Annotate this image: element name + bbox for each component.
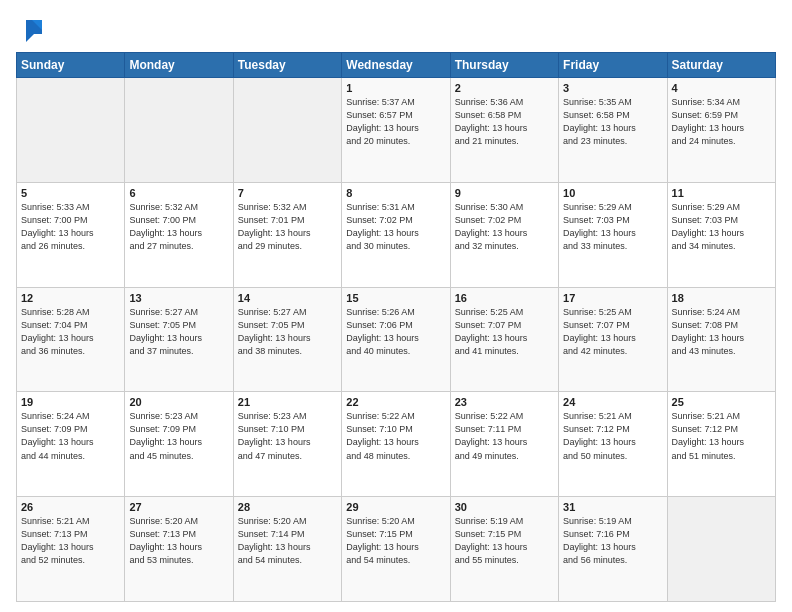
day-number: 20 (129, 396, 228, 408)
calendar-header-monday: Monday (125, 53, 233, 78)
calendar-day: 29Sunrise: 5:20 AMSunset: 7:15 PMDayligh… (342, 497, 450, 602)
day-info: Sunrise: 5:23 AMSunset: 7:10 PMDaylight:… (238, 410, 337, 462)
day-number: 3 (563, 82, 662, 94)
day-info: Sunrise: 5:25 AMSunset: 7:07 PMDaylight:… (455, 306, 554, 358)
day-info: Sunrise: 5:37 AMSunset: 6:57 PMDaylight:… (346, 96, 445, 148)
day-number: 21 (238, 396, 337, 408)
day-info: Sunrise: 5:32 AMSunset: 7:00 PMDaylight:… (129, 201, 228, 253)
calendar-day: 8Sunrise: 5:31 AMSunset: 7:02 PMDaylight… (342, 182, 450, 287)
calendar-day: 5Sunrise: 5:33 AMSunset: 7:00 PMDaylight… (17, 182, 125, 287)
calendar-table: SundayMondayTuesdayWednesdayThursdayFrid… (16, 52, 776, 602)
day-number: 8 (346, 187, 445, 199)
day-number: 23 (455, 396, 554, 408)
calendar-day: 13Sunrise: 5:27 AMSunset: 7:05 PMDayligh… (125, 287, 233, 392)
calendar-day: 2Sunrise: 5:36 AMSunset: 6:58 PMDaylight… (450, 78, 558, 183)
calendar-day: 19Sunrise: 5:24 AMSunset: 7:09 PMDayligh… (17, 392, 125, 497)
day-info: Sunrise: 5:19 AMSunset: 7:15 PMDaylight:… (455, 515, 554, 567)
day-info: Sunrise: 5:21 AMSunset: 7:12 PMDaylight:… (672, 410, 771, 462)
day-info: Sunrise: 5:21 AMSunset: 7:13 PMDaylight:… (21, 515, 120, 567)
calendar-day (125, 78, 233, 183)
calendar-day: 11Sunrise: 5:29 AMSunset: 7:03 PMDayligh… (667, 182, 775, 287)
calendar-day: 31Sunrise: 5:19 AMSunset: 7:16 PMDayligh… (559, 497, 667, 602)
day-number: 30 (455, 501, 554, 513)
day-info: Sunrise: 5:25 AMSunset: 7:07 PMDaylight:… (563, 306, 662, 358)
calendar-day: 1Sunrise: 5:37 AMSunset: 6:57 PMDaylight… (342, 78, 450, 183)
day-info: Sunrise: 5:20 AMSunset: 7:13 PMDaylight:… (129, 515, 228, 567)
calendar-day: 28Sunrise: 5:20 AMSunset: 7:14 PMDayligh… (233, 497, 341, 602)
calendar-day: 21Sunrise: 5:23 AMSunset: 7:10 PMDayligh… (233, 392, 341, 497)
day-info: Sunrise: 5:33 AMSunset: 7:00 PMDaylight:… (21, 201, 120, 253)
calendar-day: 17Sunrise: 5:25 AMSunset: 7:07 PMDayligh… (559, 287, 667, 392)
calendar-day: 9Sunrise: 5:30 AMSunset: 7:02 PMDaylight… (450, 182, 558, 287)
day-number: 4 (672, 82, 771, 94)
day-info: Sunrise: 5:29 AMSunset: 7:03 PMDaylight:… (672, 201, 771, 253)
day-number: 11 (672, 187, 771, 199)
day-info: Sunrise: 5:24 AMSunset: 7:09 PMDaylight:… (21, 410, 120, 462)
day-number: 26 (21, 501, 120, 513)
calendar-header-friday: Friday (559, 53, 667, 78)
calendar-day: 24Sunrise: 5:21 AMSunset: 7:12 PMDayligh… (559, 392, 667, 497)
day-number: 7 (238, 187, 337, 199)
day-info: Sunrise: 5:20 AMSunset: 7:15 PMDaylight:… (346, 515, 445, 567)
calendar-header-row: SundayMondayTuesdayWednesdayThursdayFrid… (17, 53, 776, 78)
day-info: Sunrise: 5:36 AMSunset: 6:58 PMDaylight:… (455, 96, 554, 148)
day-number: 22 (346, 396, 445, 408)
day-info: Sunrise: 5:32 AMSunset: 7:01 PMDaylight:… (238, 201, 337, 253)
day-info: Sunrise: 5:35 AMSunset: 6:58 PMDaylight:… (563, 96, 662, 148)
calendar-day: 18Sunrise: 5:24 AMSunset: 7:08 PMDayligh… (667, 287, 775, 392)
calendar-day: 6Sunrise: 5:32 AMSunset: 7:00 PMDaylight… (125, 182, 233, 287)
calendar-day: 4Sunrise: 5:34 AMSunset: 6:59 PMDaylight… (667, 78, 775, 183)
day-number: 13 (129, 292, 228, 304)
calendar-week-2: 5Sunrise: 5:33 AMSunset: 7:00 PMDaylight… (17, 182, 776, 287)
calendar-day (233, 78, 341, 183)
calendar-day: 16Sunrise: 5:25 AMSunset: 7:07 PMDayligh… (450, 287, 558, 392)
day-number: 25 (672, 396, 771, 408)
day-number: 24 (563, 396, 662, 408)
calendar-week-5: 26Sunrise: 5:21 AMSunset: 7:13 PMDayligh… (17, 497, 776, 602)
day-number: 27 (129, 501, 228, 513)
calendar-day (17, 78, 125, 183)
header (16, 16, 776, 44)
day-number: 31 (563, 501, 662, 513)
logo-icon (18, 16, 46, 44)
calendar-header-tuesday: Tuesday (233, 53, 341, 78)
day-number: 12 (21, 292, 120, 304)
calendar-day: 20Sunrise: 5:23 AMSunset: 7:09 PMDayligh… (125, 392, 233, 497)
day-info: Sunrise: 5:27 AMSunset: 7:05 PMDaylight:… (238, 306, 337, 358)
calendar-week-4: 19Sunrise: 5:24 AMSunset: 7:09 PMDayligh… (17, 392, 776, 497)
calendar-day: 30Sunrise: 5:19 AMSunset: 7:15 PMDayligh… (450, 497, 558, 602)
day-number: 29 (346, 501, 445, 513)
calendar-day: 12Sunrise: 5:28 AMSunset: 7:04 PMDayligh… (17, 287, 125, 392)
day-number: 14 (238, 292, 337, 304)
day-number: 18 (672, 292, 771, 304)
calendar-day (667, 497, 775, 602)
day-number: 5 (21, 187, 120, 199)
calendar-header-saturday: Saturday (667, 53, 775, 78)
day-info: Sunrise: 5:30 AMSunset: 7:02 PMDaylight:… (455, 201, 554, 253)
day-info: Sunrise: 5:26 AMSunset: 7:06 PMDaylight:… (346, 306, 445, 358)
day-number: 16 (455, 292, 554, 304)
calendar-day: 3Sunrise: 5:35 AMSunset: 6:58 PMDaylight… (559, 78, 667, 183)
page: SundayMondayTuesdayWednesdayThursdayFrid… (0, 0, 792, 612)
calendar-day: 22Sunrise: 5:22 AMSunset: 7:10 PMDayligh… (342, 392, 450, 497)
day-info: Sunrise: 5:28 AMSunset: 7:04 PMDaylight:… (21, 306, 120, 358)
calendar-header-wednesday: Wednesday (342, 53, 450, 78)
day-number: 17 (563, 292, 662, 304)
calendar-day: 26Sunrise: 5:21 AMSunset: 7:13 PMDayligh… (17, 497, 125, 602)
calendar-day: 14Sunrise: 5:27 AMSunset: 7:05 PMDayligh… (233, 287, 341, 392)
day-number: 10 (563, 187, 662, 199)
day-number: 15 (346, 292, 445, 304)
day-info: Sunrise: 5:31 AMSunset: 7:02 PMDaylight:… (346, 201, 445, 253)
day-number: 28 (238, 501, 337, 513)
calendar-day: 27Sunrise: 5:20 AMSunset: 7:13 PMDayligh… (125, 497, 233, 602)
day-info: Sunrise: 5:20 AMSunset: 7:14 PMDaylight:… (238, 515, 337, 567)
day-number: 2 (455, 82, 554, 94)
day-number: 19 (21, 396, 120, 408)
day-info: Sunrise: 5:34 AMSunset: 6:59 PMDaylight:… (672, 96, 771, 148)
calendar-week-1: 1Sunrise: 5:37 AMSunset: 6:57 PMDaylight… (17, 78, 776, 183)
day-info: Sunrise: 5:22 AMSunset: 7:11 PMDaylight:… (455, 410, 554, 462)
day-number: 9 (455, 187, 554, 199)
logo (16, 16, 46, 44)
day-info: Sunrise: 5:27 AMSunset: 7:05 PMDaylight:… (129, 306, 228, 358)
calendar-day: 25Sunrise: 5:21 AMSunset: 7:12 PMDayligh… (667, 392, 775, 497)
